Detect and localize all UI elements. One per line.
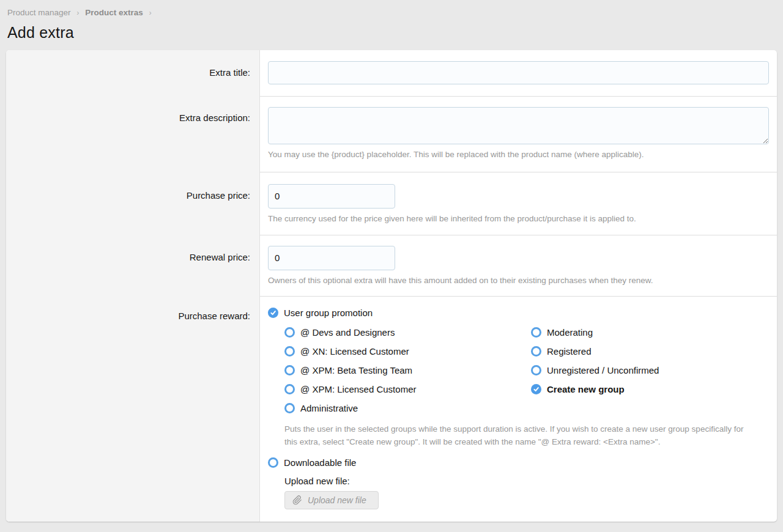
upload-new-file-button[interactable]: Upload new file: [284, 491, 379, 509]
radio-group-xpm-licensed-customer[interactable]: @ XPM: Licensed Customer: [284, 383, 531, 396]
upload-section: Upload new file: Upload new file: [284, 476, 769, 509]
purchase-reward-label: Purchase reward:: [6, 296, 260, 522]
radio-icon[interactable]: [284, 384, 295, 394]
upload-new-file-button-label: Upload new file: [308, 495, 366, 505]
radio-icon[interactable]: [284, 365, 295, 375]
add-extra-form: Extra title: Extra description: You may …: [6, 50, 777, 522]
radio-group-registered[interactable]: Registered: [531, 345, 659, 358]
renewal-price-help: Owners of this optional extra will have …: [268, 275, 769, 287]
radio-label: @ XPM: Beta Testing Team: [300, 365, 412, 375]
page: Product manager › Product extras › Add e…: [0, 0, 783, 528]
extra-description-row: Extra description: You may use the {prod…: [6, 96, 777, 172]
radio-group-administrative[interactable]: Administrative: [284, 402, 531, 415]
page-title: Add extra: [7, 24, 777, 42]
radio-icon[interactable]: [284, 403, 295, 413]
renewal-price-row: Renewal price: Owners of this optional e…: [6, 235, 777, 296]
radio-group-moderating[interactable]: Moderating: [531, 326, 659, 339]
radio-user-group-promotion-label: User group promotion: [284, 308, 373, 318]
radio-label: Administrative: [300, 403, 358, 413]
upload-new-file-label: Upload new file:: [284, 476, 769, 486]
radio-label: @ XPM: Licensed Customer: [300, 384, 416, 394]
extra-description-help: You may use the {product} placeholder. T…: [268, 149, 769, 161]
radio-group-devs-and-designers[interactable]: @ Devs and Designers: [284, 326, 531, 339]
radio-icon[interactable]: [284, 346, 295, 357]
purchase-price-help: The currency used for the price given he…: [268, 213, 769, 225]
radio-group-xpm-beta-testing-team[interactable]: @ XPM: Beta Testing Team: [284, 364, 531, 377]
purchase-price-input[interactable]: [268, 184, 395, 209]
extra-title-row: Extra title:: [6, 50, 777, 96]
renewal-price-label: Renewal price:: [6, 235, 260, 296]
purchase-price-label: Purchase price:: [6, 172, 260, 235]
purchase-reward-row: Purchase reward: User group promotion: [6, 296, 777, 522]
radio-label: Moderating: [547, 327, 593, 338]
purchase-reward-help: Puts the user in the selected groups whi…: [284, 423, 748, 449]
radio-label: Create new group: [547, 384, 625, 394]
breadcrumb-product-manager[interactable]: Product manager: [7, 8, 71, 17]
radio-checked-icon[interactable]: [531, 384, 541, 394]
breadcrumb-separator: ›: [149, 9, 152, 17]
extra-description-textarea[interactable]: [268, 107, 769, 144]
radio-icon[interactable]: [531, 327, 541, 338]
user-group-options-col2: Moderating Registered Unregistered / Unc…: [531, 326, 659, 421]
radio-label: @ XN: Licensed Customer: [300, 346, 409, 357]
breadcrumb-product-extras[interactable]: Product extras: [85, 8, 143, 17]
radio-checked-icon[interactable]: [268, 308, 278, 318]
radio-label: Unregistered / Unconfirmed: [547, 365, 659, 375]
radio-group-unregistered-unconfirmed[interactable]: Unregistered / Unconfirmed: [531, 364, 659, 377]
purchase-price-row: Purchase price: The currency used for th…: [6, 172, 777, 235]
radio-downloadable-file-label: Downloadable file: [284, 457, 356, 468]
extra-description-label: Extra description:: [6, 96, 260, 172]
radio-icon[interactable]: [268, 457, 278, 468]
user-group-options: @ Devs and Designers @ XN: Licensed Cust…: [284, 326, 769, 421]
radio-label: @ Devs and Designers: [300, 327, 395, 338]
breadcrumb: Product manager › Product extras ›: [6, 6, 777, 17]
radio-icon[interactable]: [531, 346, 541, 357]
radio-icon[interactable]: [531, 365, 541, 375]
user-group-options-col1: @ Devs and Designers @ XN: Licensed Cust…: [284, 326, 531, 421]
extra-title-input[interactable]: [268, 61, 769, 84]
radio-icon[interactable]: [284, 327, 295, 338]
breadcrumb-separator: ›: [76, 9, 79, 17]
radio-label: Registered: [547, 346, 592, 357]
check-icon: [270, 309, 276, 316]
radio-downloadable-file[interactable]: Downloadable file: [268, 456, 769, 470]
renewal-price-input[interactable]: [268, 246, 395, 270]
radio-group-create-new-group[interactable]: Create new group: [531, 383, 659, 396]
extra-title-label: Extra title:: [6, 50, 260, 96]
radio-group-xn-licensed-customer[interactable]: @ XN: Licensed Customer: [284, 345, 531, 358]
check-icon: [533, 386, 540, 393]
radio-user-group-promotion[interactable]: User group promotion: [268, 306, 769, 320]
paperclip-icon: [292, 495, 302, 505]
